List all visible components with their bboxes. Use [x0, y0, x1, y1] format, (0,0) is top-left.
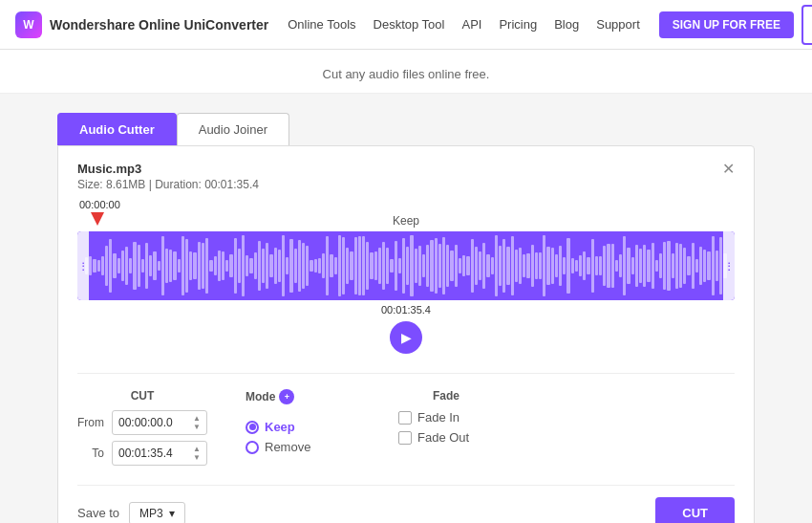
navbar: W Wondershare Online UniConverter Online… [0, 0, 812, 50]
fade-section: Fade Fade In Fade Out [398, 389, 494, 450]
end-time-display: 00:01:35.4 [77, 304, 735, 316]
waveform-handle-right[interactable]: ⋮ [723, 231, 735, 300]
controls-row: CUT From 00:00:00.0 ▲ ▼ To [77, 373, 735, 466]
play-btn-area: ▶ [77, 321, 735, 354]
fade-out-option[interactable]: Fade Out [398, 430, 494, 445]
brand-name: Wondershare Online UniConverter [50, 17, 268, 33]
waveform-container: 00:00:00 Keep ⋮ ⋮ 00:01:35.4 ▶ [77, 199, 735, 354]
main-content: Audio Cutter Audio Joiner Music.mp3 Size… [0, 94, 812, 523]
tabs: Audio Cutter Audio Joiner [57, 113, 755, 145]
cut-fields: From 00:00:00.0 ▲ ▼ To 00:01:35.4 [77, 410, 207, 466]
cut-button[interactable]: CUT [655, 497, 735, 523]
mode-label-row: Mode + [246, 389, 360, 404]
to-spinner-up[interactable]: ▲ [193, 445, 201, 453]
fade-in-checkbox[interactable] [398, 411, 412, 425]
nav-actions: SIGN UP FOR FREE LOG IN 🔍 [659, 5, 812, 45]
fade-in-label: Fade In [417, 410, 459, 425]
file-meta: Size: 8.61MB | Duration: 00:01:35.4 [77, 178, 259, 191]
tab-audio-joiner[interactable]: Audio Joiner [177, 113, 289, 145]
fade-out-label: Fade Out [417, 430, 469, 445]
to-spinner-down[interactable]: ▼ [193, 453, 201, 462]
mode-keep-option[interactable]: Keep [246, 420, 360, 434]
nav-links: Online Tools Desktop Tool API Pricing Bl… [288, 17, 640, 32]
mode-section: Mode + Keep Remove [246, 389, 360, 460]
cut-label: CUT [77, 389, 207, 403]
mode-keep-label: Keep [265, 420, 295, 434]
waveform-inner [77, 231, 735, 300]
from-value: 00:00:00.0 [118, 416, 173, 429]
format-select[interactable]: MP3 ▾ [129, 502, 185, 524]
from-label: From [77, 416, 104, 429]
file-name: Music.mp3 [77, 162, 259, 176]
hero-section: Cut any audio files online free. [0, 50, 812, 94]
save-to-row: Save to MP3 ▾ [77, 502, 185, 524]
to-value: 00:01:35.4 [118, 447, 173, 460]
from-spinner-up[interactable]: ▲ [193, 414, 201, 423]
keep-label: Keep [393, 214, 419, 228]
fade-label: Fade [398, 389, 494, 403]
to-input[interactable]: 00:01:35.4 ▲ ▼ [112, 441, 207, 466]
mode-remove-radio[interactable] [246, 441, 259, 454]
waveform-handle-left[interactable]: ⋮ [77, 231, 89, 300]
brand-logo: W [15, 11, 42, 38]
waveform-track[interactable]: ⋮ ⋮ [77, 231, 735, 300]
playhead-marker [91, 212, 104, 226]
cut-to-row: To 00:01:35.4 ▲ ▼ [77, 441, 207, 466]
playhead-area: Keep [77, 212, 735, 231]
fade-in-option[interactable]: Fade In [398, 410, 494, 425]
start-time-display: 00:00:00 [79, 199, 735, 210]
play-button[interactable]: ▶ [390, 321, 422, 354]
fade-out-checkbox[interactable] [398, 431, 412, 445]
mode-info-icon[interactable]: + [279, 389, 294, 404]
mode-label: Mode [246, 390, 275, 403]
from-spinner-down[interactable]: ▼ [193, 423, 201, 431]
file-info: Music.mp3 Size: 8.61MB | Duration: 00:01… [77, 162, 735, 191]
cut-section: CUT From 00:00:00.0 ▲ ▼ To [77, 389, 207, 466]
nav-blog[interactable]: Blog [554, 17, 579, 32]
mode-remove-option[interactable]: Remove [246, 440, 360, 454]
chevron-down-icon: ▾ [169, 507, 175, 520]
brand: W Wondershare Online UniConverter [15, 11, 268, 38]
from-spinners[interactable]: ▲ ▼ [193, 414, 201, 431]
format-value: MP3 [139, 507, 163, 520]
editor-card: Music.mp3 Size: 8.61MB | Duration: 00:01… [57, 145, 755, 523]
close-button[interactable]: ✕ [722, 162, 735, 177]
signup-button[interactable]: SIGN UP FOR FREE [659, 11, 794, 38]
tab-audio-cutter[interactable]: Audio Cutter [57, 113, 177, 145]
to-label: To [77, 447, 104, 460]
mode-remove-label: Remove [265, 440, 310, 454]
to-spinners[interactable]: ▲ ▼ [193, 445, 201, 462]
footer-row: Save to MP3 ▾ CUT [77, 485, 735, 523]
nav-support[interactable]: Support [596, 17, 640, 32]
hero-subtitle: Cut any audio files online free. [323, 67, 490, 81]
save-label: Save to [77, 506, 119, 520]
login-button[interactable]: LOG IN [801, 5, 812, 45]
mode-keep-radio[interactable] [246, 421, 259, 434]
nav-online-tools[interactable]: Online Tools [288, 17, 355, 32]
nav-desktop-tool[interactable]: Desktop Tool [374, 17, 445, 32]
nav-pricing[interactable]: Pricing [499, 17, 537, 32]
nav-api[interactable]: API [461, 17, 481, 32]
cut-from-row: From 00:00:00.0 ▲ ▼ [77, 410, 207, 435]
from-input[interactable]: 00:00:00.0 ▲ ▼ [112, 410, 207, 435]
play-icon: ▶ [401, 330, 412, 345]
